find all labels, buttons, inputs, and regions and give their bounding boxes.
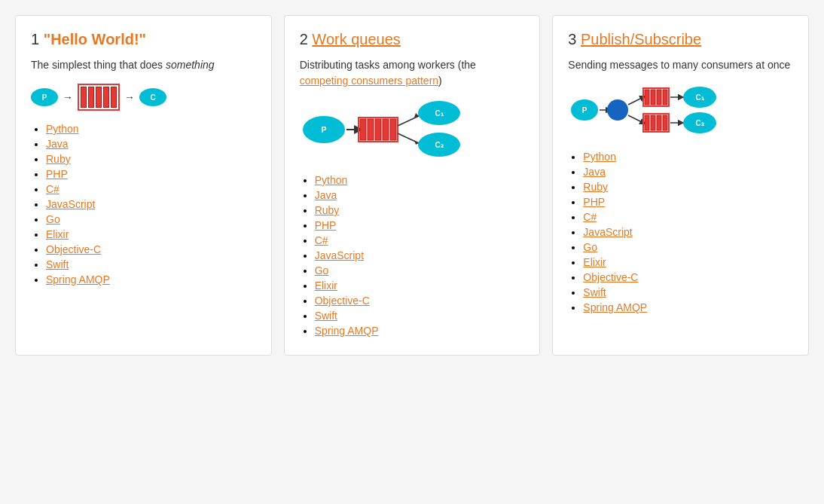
csharp-link[interactable]: C# [46,183,60,195]
list-item: PHP [46,168,256,180]
ruby-link[interactable]: Ruby [46,153,71,165]
card-2-diagram: P C₁ C₂ [300,99,525,162]
javascript-link[interactable]: JavaScript [583,226,632,238]
card-2-title-link[interactable]: Work queues [312,31,400,47]
list-item: Java [46,138,256,150]
list-item: Python [315,174,525,186]
python-link[interactable]: Python [583,151,616,163]
swift-link[interactable]: Swift [46,258,69,270]
card-3-title-link[interactable]: Publish/Subscribe [581,31,701,47]
main-container: 1 "Hello World!" The simplest thing that… [15,15,809,356]
list-item: C# [46,183,256,195]
card-3-diagram: P C₁ [568,84,793,139]
list-item: Python [583,151,793,163]
svg-rect-32 [651,115,655,130]
svg-rect-6 [383,119,389,140]
svg-line-9 [398,116,419,126]
svg-rect-4 [368,119,374,140]
list-item: C# [583,211,793,223]
objectivec-link[interactable]: Objective-C [46,243,101,255]
svg-rect-5 [375,119,381,140]
list-item: Ruby [46,153,256,165]
ruby-link[interactable]: Ruby [583,181,608,193]
pubsub-diagram-svg: P C₁ [568,84,749,136]
svg-line-21 [628,97,643,105]
ruby-link[interactable]: Ruby [315,204,340,216]
list-item: Go [583,241,793,253]
php-link[interactable]: PHP [46,168,68,180]
card-1-title: 1 "Hello World!" [31,31,256,48]
spring-link[interactable]: Spring AMQP [315,325,379,337]
card-2-number: 2 [300,31,313,47]
consumer-oval: C [139,88,166,106]
svg-rect-7 [390,119,396,140]
list-item: Spring AMQP [583,301,793,313]
list-item: Python [46,123,256,135]
java-link[interactable]: Java [315,189,337,201]
objectivec-link[interactable]: Objective-C [315,295,370,307]
list-item: Java [315,189,525,201]
elixir-link[interactable]: Elixir [315,279,337,292]
python-link[interactable]: Python [315,174,348,186]
elixir-link[interactable]: Elixir [583,256,606,268]
php-link[interactable]: PHP [583,196,605,208]
svg-rect-23 [645,90,649,105]
arrow-2: → [124,91,135,103]
go-link[interactable]: Go [46,213,60,225]
producer-oval: P [31,88,58,106]
java-link[interactable]: Java [46,138,69,150]
list-item: Ruby [315,204,525,216]
list-item: Objective-C [583,271,793,283]
card-2-language-list: Python Java Ruby PHP C# JavaScript Go El… [300,174,525,337]
competing-consumers-link[interactable]: competing consumers pattern [300,75,438,87]
spring-link[interactable]: Spring AMQP [583,301,647,313]
list-item: JavaScript [583,226,793,238]
svg-line-22 [628,115,643,123]
go-link[interactable]: Go [315,264,329,276]
work-queue-diagram-svg: P C₁ C₂ [300,99,473,160]
list-item: Objective-C [315,295,525,307]
php-link[interactable]: PHP [315,219,337,231]
list-item: Go [46,213,256,225]
svg-rect-31 [645,115,649,130]
svg-text:P: P [321,125,326,134]
svg-rect-24 [651,90,655,105]
list-item: Go [315,264,525,276]
svg-rect-26 [663,90,667,105]
swift-link[interactable]: Swift [315,310,337,322]
card-3-description: Sending messages to many consumers at on… [568,57,793,73]
card-1: 1 "Hello World!" The simplest thing that… [15,15,272,356]
list-item: JavaScript [46,198,256,210]
list-item: Swift [315,310,525,322]
card-1-diagram: P → → C [31,84,256,111]
card-2-description: Distributing tasks among workers (the co… [300,57,525,89]
list-item: Elixir [46,228,256,240]
list-item: C# [315,234,525,246]
list-item: Elixir [583,256,793,268]
svg-text:C₁: C₁ [696,93,704,102]
svg-rect-3 [360,119,366,140]
javascript-link[interactable]: JavaScript [46,198,95,210]
svg-text:P: P [582,106,587,115]
card-3-language-list: Python Java Ruby PHP C# JavaScript Go El… [568,151,793,313]
svg-rect-25 [657,90,661,105]
list-item: PHP [583,196,793,208]
swift-link[interactable]: Swift [583,286,606,298]
go-link[interactable]: Go [583,241,597,253]
list-item: Elixir [315,279,525,292]
csharp-link[interactable]: C# [583,211,597,223]
python-link[interactable]: Python [46,123,79,135]
arrow-1: → [63,91,73,103]
card-1-language-list: Python Java Ruby PHP C# JavaScript Go El… [31,123,256,286]
svg-point-20 [607,99,628,121]
list-item: Spring AMQP [315,325,525,337]
objectivec-link[interactable]: Objective-C [583,271,638,283]
java-link[interactable]: Java [583,166,606,178]
csharp-link[interactable]: C# [315,234,328,246]
javascript-link[interactable]: JavaScript [315,249,364,261]
card-3-title: 3 Publish/Subscribe [568,31,793,48]
svg-rect-33 [657,115,661,130]
elixir-link[interactable]: Elixir [46,228,69,240]
list-item: Java [583,166,793,178]
spring-link[interactable]: Spring AMQP [46,273,110,286]
